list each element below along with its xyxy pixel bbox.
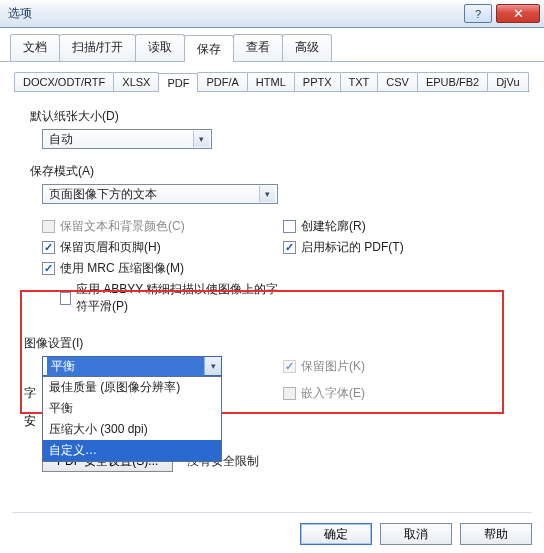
tab-djvu[interactable]: DjVu <box>487 72 528 91</box>
chk-tagged-pdf-label: 启用标记的 PDF(T) <box>301 239 404 256</box>
security-group-label: 安 <box>24 414 36 428</box>
paper-size-value: 自动 <box>49 131 73 148</box>
tab-advanced[interactable]: 高级 <box>282 34 332 61</box>
chk-use-mrc[interactable]: 使用 MRC 压缩图像(M) <box>42 260 184 277</box>
tab-pdfa[interactable]: PDF/A <box>197 72 247 91</box>
chk-keep-pictures-label: 保留图片(K) <box>301 358 365 375</box>
chk-create-outline[interactable]: 创建轮廓(R) <box>283 218 366 235</box>
chevron-down-icon: ▾ <box>259 186 275 202</box>
chk-keep-text-bg-label: 保留文本和背景颜色(C) <box>60 218 185 235</box>
ok-button[interactable]: 确定 <box>300 523 372 545</box>
tab-txt[interactable]: TXT <box>340 72 379 91</box>
dialog-footer: 确定 取消 帮助 <box>12 512 532 545</box>
paper-size-select[interactable]: 自动 ▾ <box>42 129 212 149</box>
close-button[interactable]: ✕ <box>496 4 540 23</box>
format-tabs: DOCX/ODT/RTF XLSX PDF PDF/A HTML PPTX TX… <box>14 72 530 92</box>
help-footer-button[interactable]: 帮助 <box>460 523 532 545</box>
dd-opt-best[interactable]: 最佳质量 (原图像分辨率) <box>43 377 221 398</box>
chk-abbyy-precise[interactable]: 应用 ABBYY 精细扫描以使图像上的字符平滑(P) <box>60 281 283 315</box>
save-mode-value: 页面图像下方的文本 <box>49 186 157 203</box>
cancel-button[interactable]: 取消 <box>380 523 452 545</box>
window-title: 选项 <box>8 5 32 22</box>
pdf-panel: 默认纸张大小(D) 自动 ▾ 保存模式(A) 页面图像下方的文本 ▾ 保留文本和… <box>0 92 544 472</box>
tab-document[interactable]: 文档 <box>10 34 60 61</box>
main-tabs: 文档 扫描/打开 读取 保存 查看 高级 <box>0 28 544 62</box>
tab-pdf[interactable]: PDF <box>158 73 198 92</box>
chk-keep-header-footer-label: 保留页眉和页脚(H) <box>60 239 161 256</box>
dd-opt-custom[interactable]: 自定义… <box>43 440 221 461</box>
tab-html[interactable]: HTML <box>247 72 295 91</box>
title-bar: 选项 ? ✕ <box>0 0 544 28</box>
image-quality-list: 最佳质量 (原图像分辨率) 平衡 压缩大小 (300 dpi) 自定义… <box>42 376 222 462</box>
chk-keep-header-footer[interactable]: 保留页眉和页脚(H) <box>42 239 161 256</box>
tab-pptx[interactable]: PPTX <box>294 72 341 91</box>
chk-abbyy-precise-label: 应用 ABBYY 精细扫描以使图像上的字符平滑(P) <box>76 281 283 315</box>
tab-view[interactable]: 查看 <box>233 34 283 61</box>
image-quality-dropdown[interactable]: 平衡 ▾ 最佳质量 (原图像分辨率) 平衡 压缩大小 (300 dpi) 自定义… <box>42 356 222 376</box>
save-mode-label: 保存模式(A) <box>30 163 524 180</box>
chk-tagged-pdf[interactable]: 启用标记的 PDF(T) <box>283 239 404 256</box>
image-settings-label: 图像设置(I) <box>24 335 524 352</box>
chk-create-outline-label: 创建轮廓(R) <box>301 218 366 235</box>
chk-keep-text-bg: 保留文本和背景颜色(C) <box>42 218 185 235</box>
image-quality-value: 平衡 <box>47 357 204 376</box>
chevron-down-icon: ▾ <box>204 357 221 375</box>
chevron-down-icon: ▾ <box>193 131 209 147</box>
tab-epub[interactable]: EPUB/FB2 <box>417 72 488 91</box>
font-group-label: 字 <box>24 386 36 400</box>
tab-xlsx[interactable]: XLSX <box>113 72 159 91</box>
chk-use-mrc-label: 使用 MRC 压缩图像(M) <box>60 260 184 277</box>
dd-opt-compressed[interactable]: 压缩大小 (300 dpi) <box>43 419 221 440</box>
save-mode-select[interactable]: 页面图像下方的文本 ▾ <box>42 184 278 204</box>
chk-embed-fonts: 嵌入字体(E) <box>283 385 365 402</box>
tab-scan-open[interactable]: 扫描/打开 <box>59 34 136 61</box>
tab-read[interactable]: 读取 <box>135 34 185 61</box>
chk-keep-pictures: 保留图片(K) <box>283 358 365 375</box>
chk-embed-fonts-label: 嵌入字体(E) <box>301 385 365 402</box>
dd-opt-balanced[interactable]: 平衡 <box>43 398 221 419</box>
paper-size-label: 默认纸张大小(D) <box>30 108 524 125</box>
tab-docx[interactable]: DOCX/ODT/RTF <box>14 72 114 91</box>
help-button[interactable]: ? <box>464 4 492 23</box>
tab-save[interactable]: 保存 <box>184 35 234 62</box>
tab-csv[interactable]: CSV <box>377 72 418 91</box>
